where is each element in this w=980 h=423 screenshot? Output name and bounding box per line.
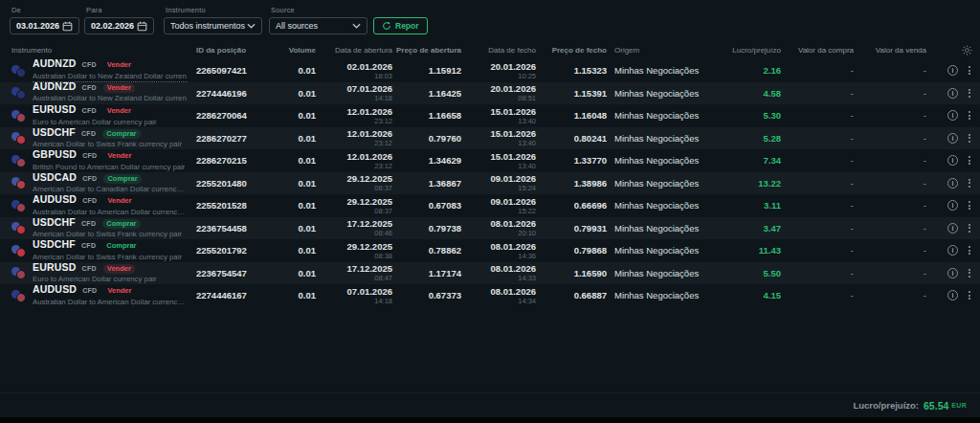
instrument-name: Australian Dollar to American Dollar cur…: [33, 209, 188, 217]
instrument-cell: USDCAD CFD Comprar American Dollar to Ca…: [0, 172, 188, 195]
instrument-flags-icon: [11, 176, 26, 189]
info-icon[interactable]: i: [947, 223, 958, 234]
table-row[interactable]: AUDNZD CFD Vender Australian Dollar to N…: [0, 59, 980, 82]
kebab-menu-icon[interactable]: [967, 290, 972, 301]
column-header[interactable]: ID da posição: [188, 41, 276, 59]
kebab-menu-icon[interactable]: [967, 110, 972, 121]
chevron-down-icon: [352, 23, 361, 29]
volume: 0.01: [276, 217, 318, 240]
pnl-value: 3.47: [706, 217, 792, 240]
info-icon[interactable]: i: [947, 133, 958, 144]
column-header[interactable]: Lucro/prejuízo: [706, 41, 792, 59]
position-id: 2236754547: [188, 262, 276, 285]
info-icon[interactable]: i: [947, 290, 958, 301]
open-datetime: 12.01.202623:12: [318, 149, 396, 172]
sell-value: -: [865, 59, 938, 82]
instrument-cell: AUDUSD CFD Vender Australian Dollar to A…: [0, 194, 188, 217]
instrument-flags-icon: [11, 199, 26, 212]
reset-button-label: Repor: [395, 21, 419, 31]
info-icon[interactable]: i: [947, 268, 958, 278]
table-row[interactable]: AUDUSD CFD Vender Australian Dollar to A…: [0, 194, 980, 217]
table-row[interactable]: EURUSD CFD Vender Euro to American Dolla…: [0, 262, 980, 285]
table-row[interactable]: AUDUSD CFD Vender Australian Dollar to A…: [0, 284, 980, 307]
to-date-group: Para: [84, 5, 154, 34]
open-datetime: 07.01.202614:18: [318, 284, 396, 307]
table-row[interactable]: USDCHF CFD Comprar American Dollar to Sw…: [0, 217, 980, 240]
pnl-value: 11.43: [706, 239, 792, 262]
kebab-menu-icon[interactable]: [967, 88, 972, 99]
info-icon[interactable]: i: [947, 155, 958, 166]
table-settings-gear-icon[interactable]: [962, 45, 972, 56]
column-header[interactable]: Preço de fecho: [540, 41, 611, 59]
table-row[interactable]: USDCAD CFD Comprar American Dollar to Ca…: [0, 172, 980, 195]
calendar-icon[interactable]: [62, 21, 73, 32]
info-icon[interactable]: i: [947, 200, 958, 211]
instrument-symbol: AUDNZD: [33, 59, 77, 70]
table-row[interactable]: EURUSD CFD Vender Euro to American Dolla…: [0, 104, 980, 127]
trade-side-badge: Comprar: [103, 174, 141, 184]
kebab-menu-icon[interactable]: [967, 223, 972, 234]
open-datetime: 29.12.202508:37: [318, 172, 396, 195]
source-filter-select[interactable]: All sources: [269, 17, 368, 34]
column-header[interactable]: Preço de abertura: [396, 41, 465, 59]
close-datetime: 08.01.202620:10: [465, 217, 540, 240]
calendar-icon[interactable]: [137, 21, 147, 32]
instrument-symbol: EURUSD: [33, 262, 77, 274]
instrument-cell: USDCHF CFD Comprar American Dollar to Sw…: [0, 239, 188, 262]
from-date-value[interactable]: [16, 21, 62, 31]
info-icon[interactable]: i: [947, 65, 958, 76]
instrument-flags-icon: [11, 86, 26, 100]
table-row[interactable]: USDCHF CFD Comprar American Dollar to Sw…: [0, 239, 980, 262]
info-icon[interactable]: i: [947, 88, 958, 99]
close-price: 1.38986: [540, 172, 611, 195]
info-icon[interactable]: i: [947, 110, 958, 121]
column-header[interactable]: Data de fecho: [465, 41, 540, 59]
column-header[interactable]: Origem: [611, 41, 706, 59]
position-id: 2265097421: [188, 59, 276, 82]
origin: Minhas Negociações: [611, 262, 706, 285]
origin: Minhas Negociações: [611, 239, 706, 262]
column-header[interactable]: Data de abertura: [318, 41, 396, 59]
column-header[interactable]: Valor da venda: [865, 41, 938, 59]
sell-value: -: [865, 262, 938, 285]
info-icon[interactable]: i: [947, 245, 958, 256]
kebab-menu-icon[interactable]: [967, 133, 972, 144]
pnl-value: 3.11: [706, 194, 792, 217]
sell-value: -: [865, 104, 938, 127]
instrument-filter-select[interactable]: Todos instrumentos: [164, 17, 262, 34]
open-price: 1.15912: [396, 59, 465, 82]
origin: Minhas Negociações: [611, 172, 706, 195]
table-row[interactable]: AUDNZD CFD Vender Australian Dollar to N…: [0, 82, 980, 105]
info-icon[interactable]: i: [947, 178, 958, 189]
contract-type-badge: CFD: [82, 197, 97, 205]
origin: Minhas Negociações: [611, 149, 706, 172]
kebab-menu-icon[interactable]: [967, 200, 972, 211]
kebab-menu-icon[interactable]: [967, 268, 972, 278]
reset-button[interactable]: Repor: [373, 17, 428, 34]
pnl-value: 5.30: [706, 104, 792, 127]
close-price: 1.15391: [540, 82, 611, 105]
origin: Minhas Negociações: [611, 127, 706, 150]
column-header[interactable]: Instrumento: [0, 41, 188, 59]
table-row[interactable]: USDCHF CFD Comprar American Dollar to Sw…: [0, 127, 980, 150]
to-date-value[interactable]: [91, 21, 137, 31]
sell-value: -: [865, 82, 938, 105]
kebab-menu-icon[interactable]: [967, 65, 972, 76]
from-date-group: De: [10, 5, 79, 34]
contract-type-badge: CFD: [81, 242, 96, 250]
contract-type-badge: CFD: [82, 152, 97, 160]
column-header[interactable]: Valor da compra: [792, 41, 865, 59]
trade-side-badge: Vender: [103, 83, 135, 93]
table-row[interactable]: GBPUSD CFD Vender British Pound to Ameri…: [0, 149, 980, 172]
position-id: 2255201528: [188, 194, 276, 217]
instrument-symbol: GBPUSD: [33, 149, 77, 161]
to-date-input[interactable]: [84, 17, 154, 34]
pnl-value: 5.50: [706, 262, 792, 285]
instrument-symbol: USDCHF: [33, 127, 76, 139]
column-header[interactable]: Volume: [276, 41, 318, 59]
kebab-menu-icon[interactable]: [967, 155, 972, 166]
from-date-input[interactable]: [10, 17, 79, 34]
kebab-menu-icon[interactable]: [967, 245, 972, 256]
trade-side-badge: Comprar: [102, 241, 140, 251]
kebab-menu-icon[interactable]: [967, 178, 972, 189]
